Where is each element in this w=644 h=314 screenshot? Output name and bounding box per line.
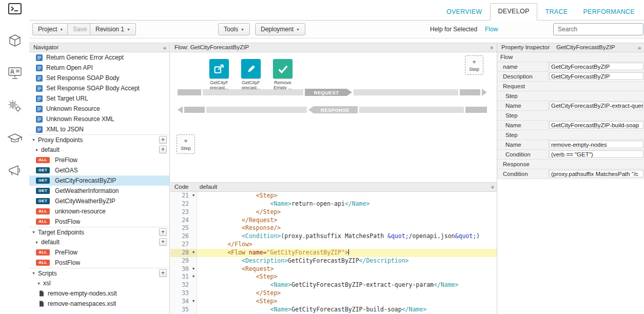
add-button[interactable]: + bbox=[159, 238, 167, 246]
nav-item-preflow[interactable]: ALLPreFlow bbox=[29, 155, 169, 165]
gutter-cell[interactable]: 26▼ bbox=[170, 232, 197, 241]
inspector-field-value[interactable]: (proxy.pathsuffix MatchesPath "/c bbox=[549, 170, 643, 178]
collapse-caret-icon[interactable]: ▼ bbox=[32, 138, 38, 142]
nav-item-xml-to-json[interactable]: XML to JSON bbox=[29, 124, 169, 134]
code-line-28[interactable]: 28▼ <Flow name="GetCityForecastByZIP"> bbox=[170, 249, 497, 257]
gutter-cell[interactable]: 30▼ bbox=[170, 265, 197, 273]
code-line-33[interactable]: 33▼ </Step> bbox=[170, 289, 497, 298]
nav-item-set-response-soap-body[interactable]: Set Response SOAP Body bbox=[29, 73, 169, 83]
nav-item-scripts[interactable]: ▼Scripts+ bbox=[29, 268, 169, 278]
collapse-caret-icon[interactable]: ▼ bbox=[37, 282, 43, 285]
nav-item-default[interactable]: ▼default+ bbox=[29, 237, 169, 247]
code-line-31[interactable]: 31▼ <Step> bbox=[170, 273, 497, 281]
add-button[interactable]: + bbox=[159, 136, 167, 144]
code-line-30[interactable]: 30▼ <Request> bbox=[170, 265, 497, 273]
gutter-cell[interactable]: 21▼ bbox=[170, 192, 197, 200]
inspector-field-value[interactable]: remove-empty-nodes bbox=[549, 141, 643, 148]
add-button[interactable]: + bbox=[159, 228, 167, 236]
code-line-22[interactable]: 22▼ <Name>return-open-api</Name> bbox=[170, 200, 497, 208]
fold-caret-icon[interactable]: ▼ bbox=[190, 265, 197, 273]
flow-step-1[interactable]: GetCityF orecast... bbox=[207, 59, 231, 90]
gutter-cell[interactable]: 33▼ bbox=[170, 289, 197, 298]
megaphone-icon[interactable] bbox=[8, 164, 22, 176]
inspector-field-value[interactable]: (verb == "GET") bbox=[549, 150, 643, 158]
nav-item-default[interactable]: ▼default+ bbox=[29, 145, 169, 155]
nav-item-getcityforecastbyzip[interactable]: GETGetCityForecastByZIP bbox=[29, 175, 169, 186]
nav-item-postflow[interactable]: ALLPostFlow bbox=[29, 258, 169, 268]
collapse-up-icon[interactable]: « bbox=[488, 46, 496, 49]
flow-step-2[interactable]: GetCityF orecast... bbox=[239, 59, 263, 90]
pencil-icon[interactable] bbox=[241, 59, 261, 78]
add-step-button-bottom[interactable]: + Step bbox=[177, 134, 195, 154]
nav-item-unknown-resource[interactable]: Unknown Resource bbox=[29, 104, 169, 114]
nav-item-postflow[interactable]: ALLPostFlow bbox=[29, 217, 169, 227]
workstation-icon[interactable] bbox=[8, 67, 22, 80]
gutter-cell[interactable]: 23▼ bbox=[170, 208, 197, 217]
nav-item-target-endpoints[interactable]: ▼Target Endpoints+ bbox=[29, 227, 169, 237]
tab-performance[interactable]: PERFORMANCE bbox=[576, 4, 642, 21]
collapse-caret-icon[interactable]: ▼ bbox=[32, 230, 38, 234]
terminal-icon[interactable] bbox=[8, 3, 22, 14]
code-line-24[interactable]: 24▼ </Request> bbox=[170, 217, 497, 225]
code-line-32[interactable]: 32▼ <Name>GetCityForecastByZIP-extract-q… bbox=[170, 281, 497, 289]
nav-item-xsl[interactable]: ▼xsl bbox=[29, 278, 169, 288]
help-flow-link[interactable]: Flow bbox=[485, 21, 498, 38]
collapse-caret-icon[interactable]: ▼ bbox=[35, 241, 41, 244]
nav-item-remove-empty-nodes-xslt[interactable]: remove-empty-nodes.xslt bbox=[29, 288, 169, 299]
add-button[interactable]: + bbox=[159, 269, 167, 277]
code-line-21[interactable]: 21▼ <Step> bbox=[170, 192, 497, 200]
graduation-cap-icon[interactable] bbox=[7, 132, 23, 145]
gutter-cell[interactable]: 31▼ bbox=[170, 273, 197, 281]
collapse-caret-icon[interactable]: ▼ bbox=[32, 271, 38, 275]
code-line-29[interactable]: 29▼ <Description>GetCityForecastByZIP</D… bbox=[170, 257, 497, 265]
gutter-cell[interactable]: 35▼ bbox=[170, 306, 197, 314]
fold-caret-icon[interactable]: ▼ bbox=[190, 192, 197, 200]
save-button[interactable]: Save bbox=[67, 23, 92, 35]
nav-item-remove-namespaces-xslt[interactable]: remove-namespaces.xslt bbox=[29, 299, 169, 309]
gutter-cell[interactable]: 34▼ bbox=[170, 298, 197, 306]
gutter-cell[interactable]: 22▼ bbox=[170, 200, 197, 208]
inspector-field-value[interactable]: GetCityForecastByZIP-extract-query-param bbox=[549, 102, 643, 109]
inspector-field-value[interactable]: GetCityForecastByZIP bbox=[549, 63, 643, 70]
nav-item-unknown-resource-xml[interactable]: Unknown Resource XML bbox=[29, 114, 169, 124]
add-step-button-top[interactable]: + Step bbox=[465, 55, 483, 75]
flow-step-3[interactable]: Remove Empty ... bbox=[271, 59, 295, 90]
inspector-field-value[interactable]: GetCityForecastByZIP bbox=[549, 72, 643, 80]
tab-overview[interactable]: OVERVIEW bbox=[439, 4, 490, 21]
code-line-35[interactable]: 35▼ <Name>GetCityForecastByZIP-build-soa… bbox=[170, 306, 497, 314]
fold-caret-icon[interactable]: ▼ bbox=[190, 273, 197, 281]
code-line-26[interactable]: 26▼ <Condition>(proxy.pathsuffix Matches… bbox=[170, 232, 497, 241]
fold-caret-icon[interactable]: ▼ bbox=[190, 249, 197, 257]
nav-item-proxy-endpoints[interactable]: ▼Proxy Endpoints+ bbox=[29, 134, 169, 145]
gutter-cell[interactable]: 29▼ bbox=[170, 257, 197, 265]
gutter-cell[interactable]: 28▼ bbox=[170, 249, 197, 257]
tab-trace[interactable]: TRACE bbox=[538, 4, 575, 21]
nav-item-preflow[interactable]: ALLPreFlow bbox=[29, 247, 169, 258]
nav-item-getweatherinformation[interactable]: GETGetWeatherInformation bbox=[29, 186, 169, 196]
transfer-icon[interactable] bbox=[209, 59, 229, 78]
add-button[interactable]: + bbox=[159, 146, 167, 153]
nav-item-return-generic-error-accept[interactable]: Return Generic Error Accept bbox=[29, 52, 169, 63]
tools-button[interactable]: Tools ▼ bbox=[218, 23, 250, 35]
search-input[interactable] bbox=[553, 23, 643, 35]
nav-item-return-open-api[interactable]: Return Open API bbox=[29, 63, 169, 73]
gutter-cell[interactable]: 32▼ bbox=[170, 281, 197, 289]
code-line-34[interactable]: 34▼ <Step> bbox=[170, 298, 497, 306]
nav-item-set-response-soap-body-accept[interactable]: Set Response SOAP Body Accept bbox=[29, 83, 169, 93]
gutter-cell[interactable]: 24▼ bbox=[170, 217, 197, 225]
fold-caret-icon[interactable]: ▼ bbox=[190, 298, 197, 306]
collapse-left-icon[interactable]: « bbox=[163, 44, 166, 52]
tab-develop[interactable]: DEVELOP bbox=[490, 3, 537, 21]
revision-button[interactable]: Revision 1 ▼ bbox=[90, 23, 136, 35]
gutter-cell[interactable]: 25▼ bbox=[170, 224, 197, 232]
code-line-23[interactable]: 23▼ </Step> bbox=[170, 208, 497, 217]
gutter-cell[interactable]: 27▼ bbox=[170, 241, 197, 249]
package-icon[interactable] bbox=[8, 34, 22, 47]
code-line-27[interactable]: 27▼ </Flow> bbox=[170, 241, 497, 249]
collapse-caret-icon[interactable]: ▼ bbox=[35, 148, 41, 152]
deployment-button[interactable]: Deployment ▼ bbox=[255, 23, 305, 35]
code-editor[interactable]: 21▼ <Step>22▼ <Name>return-open-api</Nam… bbox=[170, 192, 497, 314]
check-icon[interactable] bbox=[273, 59, 292, 78]
nav-item-set-target-url[interactable]: Set Target URL bbox=[29, 93, 169, 104]
project-button[interactable]: Project ▼ bbox=[32, 23, 69, 35]
